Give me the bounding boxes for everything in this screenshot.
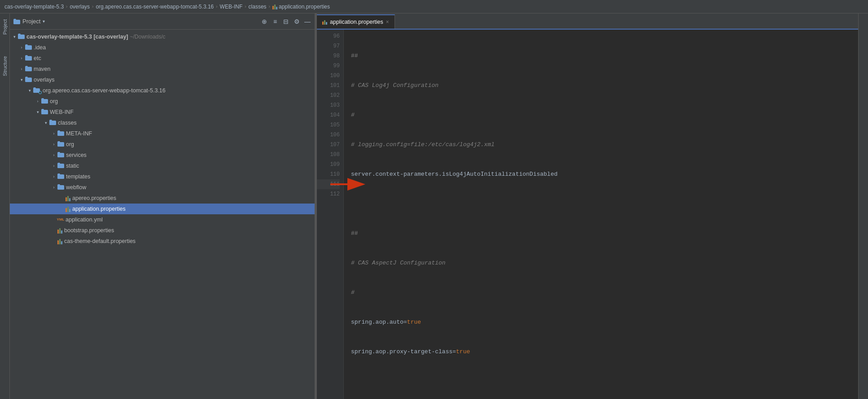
folder-svg: [25, 55, 32, 61]
apereo-props-label: apereo.properties: [72, 195, 116, 201]
expand-icon-idea[interactable]: ›: [18, 44, 25, 51]
folder-svg: [41, 109, 48, 114]
sidebar-tab-structure[interactable]: Structure: [1, 52, 9, 80]
tree-item-web-inf[interactable]: ▾ WEB-INF: [10, 107, 315, 117]
crosshair-icon[interactable]: ⊕: [261, 18, 268, 25]
bootstrap-props-icon: [57, 227, 62, 234]
expand-icon-org-apereo[interactable]: ▾: [26, 87, 33, 94]
bootstrap-props-label: bootstrap.properties: [64, 227, 114, 234]
code-editor[interactable]: ## # CAS Log4j Configuration # # logging…: [344, 30, 858, 399]
webflow-label: webflow: [66, 184, 86, 191]
dropdown-arrow-icon[interactable]: ▾: [43, 19, 45, 24]
code-line-96: ##: [351, 51, 858, 61]
code-line-99: # logging.config=file:/etc/cas/log4j2.xm…: [351, 140, 858, 150]
line-num-99: 99: [317, 61, 340, 71]
left-sidebar-tabs: Project Structure: [0, 13, 10, 399]
line-num-101: 101: [317, 81, 340, 91]
app-props-icon: [66, 206, 70, 212]
close-panel-icon[interactable]: —: [304, 18, 311, 25]
sort-icon[interactable]: ≡: [272, 18, 279, 25]
expand-icon-webflow[interactable]: ›: [50, 184, 57, 191]
line-num-103: 103: [317, 100, 340, 110]
line-num-107: 107: [317, 140, 340, 150]
breadcrumb-item-file[interactable]: application.properties: [279, 4, 330, 10]
breadcrumb-item-org[interactable]: org.apereo.cas.cas-server-webapp-tomcat-…: [96, 4, 214, 10]
tree-item-application-yml[interactable]: › YML application.yml: [10, 214, 315, 225]
root-label: cas-overlay-template-5.3 [cas-overlay]: [26, 34, 128, 40]
breadcrumb-bar: cas-overlay-template-5.3 › overlays › or…: [0, 0, 868, 13]
expand-icon-static[interactable]: ›: [50, 162, 57, 169]
tree-item-overlays[interactable]: ▾ overlays: [10, 74, 315, 85]
code-line-102: ##: [351, 229, 858, 239]
tree-item-cas-theme[interactable]: › cas-theme-default.properties: [10, 236, 315, 247]
line-num-106: 106: [317, 130, 340, 140]
templates-label: templates: [66, 173, 90, 180]
tree-item-meta-inf[interactable]: › META-INF: [10, 128, 315, 139]
maven-folder-icon: [25, 66, 32, 73]
overlay-folder-icon: [33, 87, 41, 94]
line-num-97: 97: [317, 41, 340, 51]
idea-folder-icon: [25, 44, 32, 51]
breadcrumb-item-overlays[interactable]: overlays: [70, 4, 90, 10]
tree-item-apereo-props[interactable]: › apereo.properties: [10, 193, 315, 204]
settings-icon[interactable]: ⚙: [293, 18, 300, 25]
folder-icon-svg: [18, 34, 25, 39]
breadcrumb-props-icon: [272, 4, 277, 9]
overlays-folder-icon: [25, 77, 32, 83]
editor-tab-application-props[interactable]: application.properties ×: [317, 14, 395, 29]
expand-icon-meta-inf[interactable]: ›: [50, 130, 57, 137]
expand-icon-templates[interactable]: ›: [50, 173, 57, 180]
line-num-98: 98: [317, 51, 340, 61]
folder-svg: [25, 44, 32, 50]
expand-icon-web-inf[interactable]: ▾: [34, 108, 41, 116]
yml-label: application.yml: [66, 217, 103, 223]
tree-item-static[interactable]: › static: [10, 160, 315, 171]
cas-theme-icon: [57, 238, 62, 244]
sidebar-tab-project[interactable]: Project: [1, 16, 9, 38]
tree-item-classes[interactable]: ▾ classes: [10, 117, 315, 128]
folder-svg: [57, 184, 64, 190]
expand-icon-services[interactable]: ›: [50, 152, 57, 159]
tree-item-org1[interactable]: › org: [10, 96, 315, 107]
code-line-103: # CAS AspectJ Configuration: [351, 258, 858, 268]
expand-icon-maven[interactable]: ›: [18, 65, 25, 73]
project-folder-icon: [13, 19, 20, 24]
org1-folder-icon: [41, 98, 48, 105]
tab-close-button[interactable]: ×: [386, 19, 389, 25]
filter-icon[interactable]: ⊟: [282, 18, 289, 25]
webflow-folder-icon: [57, 184, 64, 191]
line-numbers: 96 97 98 99 100 101 102 103 104 105 106 …: [317, 30, 344, 399]
tree-item-maven[interactable]: › maven: [10, 64, 315, 74]
tree-item-etc[interactable]: › etc: [10, 53, 315, 64]
expand-icon-root[interactable]: ▾: [11, 33, 18, 40]
tree-item-services[interactable]: › services: [10, 150, 315, 160]
folder-svg: [57, 173, 64, 179]
line-num-111: 111: [317, 179, 340, 189]
breadcrumb-sep-4: ›: [245, 4, 246, 9]
expand-icon-org2[interactable]: ›: [50, 141, 57, 148]
project-toolbar: Project ▾ ⊕ ≡ ⊟ ⚙ —: [10, 13, 315, 30]
folder-svg: [57, 141, 64, 147]
expand-icon-classes[interactable]: ▾: [42, 119, 49, 126]
tree-item-webflow[interactable]: › webflow: [10, 182, 315, 193]
expand-icon-etc[interactable]: ›: [18, 55, 25, 62]
tree-item-org-apereo[interactable]: ▾ org.apereo.cas.cas-server-webapp-tomca…: [10, 85, 315, 96]
expand-icon-org1[interactable]: ›: [34, 98, 41, 105]
tree-item-bootstrap-props[interactable]: › bootstrap.properties: [10, 225, 315, 236]
tree-item-application-props[interactable]: › application.properties: [10, 204, 315, 214]
breadcrumb-item-webinf[interactable]: WEB-INF: [220, 4, 243, 10]
classes-label: classes: [58, 120, 77, 126]
expand-icon-overlays[interactable]: ▾: [18, 76, 25, 83]
tree-item-org2[interactable]: › org: [10, 139, 315, 150]
folder-svg: [49, 120, 56, 125]
tree-item-root[interactable]: ▾ cas-overlay-template-5.3 [cas-overlay]…: [10, 31, 315, 42]
project-panel: Project ▾ ⊕ ≡ ⊟ ⚙ — ▾ cas-overlay-templa…: [10, 13, 315, 399]
tree-item-templates[interactable]: › templates: [10, 171, 315, 182]
web-inf-label: WEB-INF: [50, 109, 74, 115]
folder-svg: [25, 66, 32, 71]
etc-folder-icon: [25, 55, 32, 62]
cas-theme-label: cas-theme-default.properties: [64, 238, 136, 244]
breadcrumb-item-root[interactable]: cas-overlay-template-5.3: [4, 4, 64, 10]
breadcrumb-item-classes[interactable]: classes: [249, 4, 267, 10]
tree-item-idea[interactable]: › .idea: [10, 42, 315, 53]
